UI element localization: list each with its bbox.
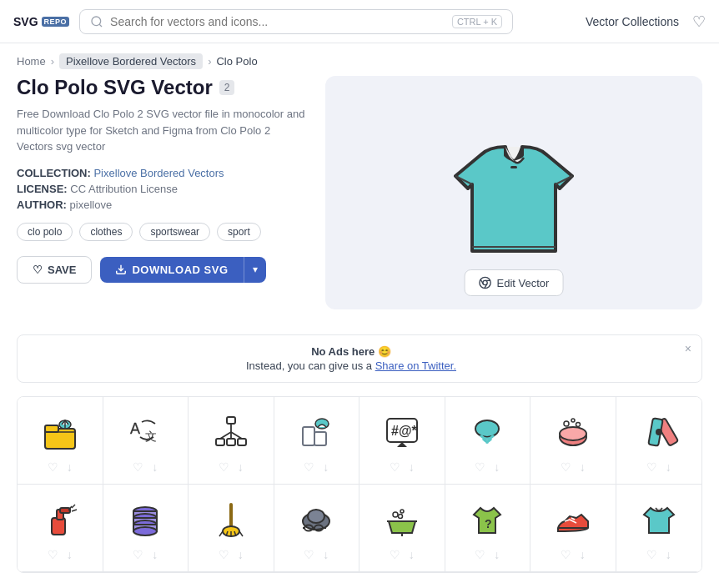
icon-cell-wash-basin[interactable]: ♡ ↓ [360, 485, 445, 572]
logo-text: SVG [13, 15, 38, 28]
icon-cell-hashtag-chat[interactable]: #@* ♡ ↓ [360, 397, 445, 485]
icon-download-button[interactable]: ↓ [152, 460, 158, 474]
icon-cell-spray[interactable]: ♡ ↓ [18, 485, 103, 572]
vector-title-container: Clo Polo SVG Vector 2 [17, 76, 305, 99]
breadcrumb-home[interactable]: Home [17, 55, 46, 68]
icon-like-button[interactable]: ♡ [561, 460, 571, 474]
icon-download-button[interactable]: ↓ [323, 548, 329, 561]
svg-point-0 [92, 17, 101, 26]
chevron-down-icon: ▾ [253, 264, 258, 275]
icon-cell-hat-glasses[interactable]: ♡ ↓ [274, 485, 360, 572]
icon-download-button[interactable]: ↓ [152, 548, 158, 561]
icon-cell-mobile-cloud[interactable]: ♡ ↓ [274, 397, 360, 485]
tag-3[interactable]: sport [217, 223, 261, 241]
svg-line-20 [220, 432, 231, 439]
icon-like-button[interactable]: ♡ [304, 548, 314, 561]
icon-download-button[interactable]: ↓ [494, 548, 500, 561]
tags-container: clo polo clothes sportswear sport [17, 223, 305, 241]
icon-like-button[interactable]: ♡ [475, 548, 485, 561]
icon-download-button[interactable]: ↓ [323, 460, 329, 474]
icon-cell-wifi-cloud[interactable]: ♡ ↓ [445, 397, 531, 485]
svg-rect-17 [227, 439, 235, 445]
no-ads-banner: No Ads here 😊 Instead, you can give us a… [17, 334, 702, 383]
icon-like-button[interactable]: ♡ [475, 460, 485, 474]
icon-cell-network[interactable]: ♡ ↓ [189, 397, 274, 485]
icon-grid: ♡ ↓ A 文 ♡ ↓ [17, 396, 702, 573]
tag-1[interactable]: clothes [79, 223, 133, 241]
icon-like-button[interactable]: ♡ [133, 460, 143, 474]
svg-line-42 [72, 510, 77, 511]
share-on-twitter-link[interactable]: Share on Twitter. [375, 359, 456, 372]
icon-download-button[interactable]: ↓ [580, 548, 586, 561]
breadcrumb-collection[interactable]: Pixellove Bordered Vectors [59, 53, 203, 69]
svg-point-27 [475, 420, 499, 437]
svg-point-24 [315, 419, 329, 429]
icon-actions: ♡ ↓ [219, 460, 244, 480]
icon-cell-cloud-folder[interactable]: ♡ ↓ [18, 397, 103, 485]
icon-like-button[interactable]: ♡ [304, 460, 314, 474]
svg-point-60 [393, 512, 398, 517]
icon-like-button[interactable]: ♡ [133, 548, 143, 561]
icon-cell-database[interactable]: ♡ ↓ [103, 485, 189, 572]
svg-point-30 [560, 427, 586, 440]
icon-like-button[interactable]: ♡ [561, 548, 571, 561]
icon-download-button[interactable]: ↓ [666, 460, 671, 474]
icon-download-button[interactable]: ↓ [67, 460, 73, 474]
svg-point-31 [564, 421, 569, 426]
download-label: DOWNLOAD SVG [132, 264, 228, 276]
icon-download-button[interactable]: ↓ [666, 548, 671, 561]
icon-download-button[interactable]: ↓ [67, 548, 73, 561]
icon-like-button[interactable]: ♡ [48, 460, 58, 474]
spray-icon [38, 498, 82, 541]
icon-cell-broom[interactable]: ♡ ↓ [189, 485, 274, 572]
search-bar[interactable]: CTRL + K [79, 9, 513, 34]
svg-point-32 [571, 419, 575, 422]
icon-like-button[interactable]: ♡ [219, 548, 229, 561]
vector-title: Clo Polo SVG Vector [17, 76, 213, 99]
svg-rect-2 [510, 166, 517, 168]
no-ads-close-button[interactable]: × [685, 342, 691, 355]
icon-cell-polo-shirt[interactable]: ♡ ↓ [616, 485, 702, 572]
logo[interactable]: SVG REPO [13, 15, 69, 28]
icon-cell-sneaker[interactable]: ♡ ↓ [530, 485, 616, 572]
download-dropdown-button[interactable]: ▾ [244, 257, 266, 283]
meta-collection: COLLECTION: Pixellove Bordered Vectors [17, 167, 305, 179]
icon-like-button[interactable]: ♡ [646, 548, 657, 561]
hat-glasses-icon [294, 498, 338, 541]
download-svg-button[interactable]: DOWNLOAD SVG [100, 257, 243, 283]
icon-cell-soap[interactable]: ♡ ↓ [530, 397, 616, 485]
icon-like-button[interactable]: ♡ [646, 460, 657, 474]
icon-cell-shirt-question[interactable]: ? ♡ ↓ [445, 485, 531, 572]
icon-like-button[interactable]: ♡ [390, 460, 400, 474]
collection-value[interactable]: Pixellove Bordered Vectors [93, 167, 224, 179]
save-button[interactable]: ♡ SAVE [17, 256, 92, 284]
icon-grid-section: ♡ ↓ A 文 ♡ ↓ [0, 396, 719, 573]
svg-point-61 [400, 510, 404, 513]
search-input[interactable] [110, 15, 445, 28]
author-label: AUTHOR: [17, 199, 67, 211]
heart-nav-icon[interactable]: ♡ [692, 13, 706, 31]
icon-like-button[interactable]: ♡ [219, 460, 229, 474]
icon-download-button[interactable]: ↓ [409, 548, 415, 561]
icon-cell-clothespin[interactable]: ♡ ↓ [616, 397, 702, 485]
edit-vector-button[interactable]: Edit Vector [465, 269, 564, 296]
icon-actions: ♡ ↓ [646, 460, 671, 480]
meta-license: LICENSE: CC Attribution License [17, 183, 305, 195]
no-ads-text: Instead, you can give us a Share on Twit… [31, 359, 671, 372]
icon-download-button[interactable]: ↓ [494, 460, 500, 474]
svg-point-49 [133, 527, 157, 535]
header: SVG REPO CTRL + K Vector Collections ♡ [0, 0, 719, 43]
icon-like-button[interactable]: ♡ [390, 548, 400, 561]
icon-download-button[interactable]: ↓ [238, 460, 244, 474]
icon-cell-translate[interactable]: A 文 ♡ ↓ [103, 397, 189, 485]
icon-download-button[interactable]: ↓ [238, 548, 244, 561]
tag-0[interactable]: clo polo [17, 223, 73, 241]
icon-download-button[interactable]: ↓ [580, 460, 586, 474]
tag-2[interactable]: sportswear [139, 223, 210, 241]
broom-icon [209, 498, 253, 541]
vector-collections-link[interactable]: Vector Collections [586, 15, 679, 28]
left-panel: Clo Polo SVG Vector 2 Free Download Clo … [17, 76, 325, 309]
icon-like-button[interactable]: ♡ [48, 548, 58, 561]
icon-download-button[interactable]: ↓ [409, 460, 415, 474]
action-buttons: ♡ SAVE DOWNLOAD SVG ▾ [17, 256, 305, 284]
